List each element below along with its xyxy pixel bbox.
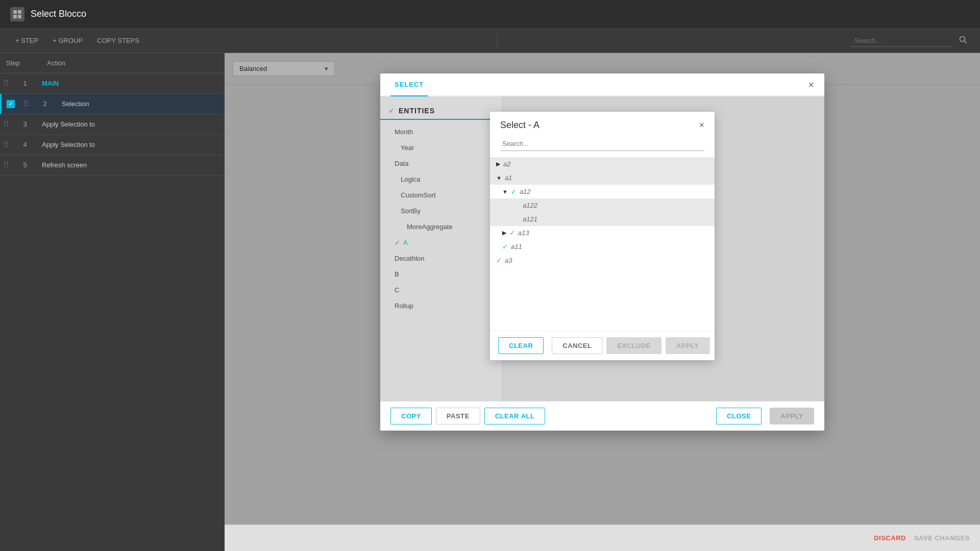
search-input[interactable] <box>850 35 952 47</box>
steps-header: Step Action <box>0 53 225 73</box>
table-row[interactable]: ⠿ 5 Refresh screen <box>0 155 225 176</box>
list-item[interactable]: ▼ ✓ a12 <box>490 185 715 198</box>
copy-button[interactable]: COPY <box>390 408 432 424</box>
checkmark-icon: ✓ <box>502 243 508 251</box>
inner-modal-footer: CLEAR CANCEL EXCLUDE APPLY <box>490 331 715 360</box>
inner-modal-header: Select - A × <box>490 112 715 135</box>
checkmark-icon: ✓ <box>509 229 515 237</box>
list-item[interactable]: ▶ ✓ a13 <box>490 226 715 240</box>
clear-button[interactable]: CLEAR <box>498 337 544 354</box>
inner-modal-close-button[interactable]: × <box>699 120 704 131</box>
cancel-button[interactable]: CANCEL <box>552 337 602 354</box>
right-area: Balanced ▾ SELECT × ✓ ENTITIES <box>225 53 980 551</box>
expand-right-icon: ▶ <box>502 230 506 236</box>
inner-modal-overlay: Select - A × ▶ <box>380 96 824 401</box>
clear-all-button[interactable]: CLEAR ALL <box>484 408 546 424</box>
table-row[interactable]: ✓ ⠿ 2 Selection <box>0 94 225 114</box>
inner-modal-title: Select - A <box>500 120 540 131</box>
table-row[interactable]: ⠿ 3 Apply Selection to <box>0 114 225 135</box>
search-icon-button[interactable] <box>957 33 970 48</box>
inner-modal-search-input[interactable] <box>500 137 704 151</box>
action-col-header: Action <box>41 57 71 69</box>
svg-rect-1 <box>18 10 21 14</box>
outer-modal-body: ✓ ENTITIES Month Year Data Logica Custom… <box>380 96 824 401</box>
list-item[interactable]: a122 <box>490 198 715 212</box>
step-col-header: Step <box>0 57 41 69</box>
inner-modal-list: ▶ a2 ▼ a1 ▼ <box>490 157 715 331</box>
list-item[interactable]: ▶ a2 <box>490 157 715 171</box>
add-step-button[interactable]: + STEP <box>10 34 43 47</box>
drag-handle[interactable]: ⠿ <box>3 140 9 149</box>
select-tab[interactable]: SELECT <box>390 73 428 96</box>
add-group-button[interactable]: + GROUP <box>47 34 88 47</box>
list-item[interactable]: ▼ a1 <box>490 171 715 185</box>
table-row[interactable]: ⠿ 4 Apply Selection to <box>0 135 225 155</box>
drag-handle[interactable]: ⠿ <box>23 99 29 109</box>
save-changes-button: SAVE CHANGES <box>914 534 970 542</box>
svg-rect-0 <box>13 10 17 14</box>
close-button[interactable]: CLOSE <box>716 408 762 424</box>
svg-rect-2 <box>13 15 17 18</box>
copy-steps-button[interactable]: COPY STEPS <box>92 34 144 47</box>
toolbar: + STEP + GROUP COPY STEPS <box>0 29 980 53</box>
svg-point-4 <box>960 36 965 41</box>
step-checkbox[interactable]: ✓ <box>2 100 20 108</box>
list-item[interactable]: ✓ a3 <box>490 254 715 267</box>
list-item[interactable]: a121 <box>490 212 715 226</box>
outer-modal-footer: COPY PASTE CLEAR ALL CLOSE APPLY <box>380 401 824 431</box>
outer-modal-close-button[interactable]: × <box>808 80 814 90</box>
content-area: Step Action ⠿ 1 MAIN ✓ ⠿ 2 Selection ⠿ 3… <box>0 53 980 551</box>
list-item[interactable]: ✓ a11 <box>490 240 715 254</box>
expand-right-icon: ▶ <box>496 161 500 167</box>
drag-handle[interactable]: ⠿ <box>3 119 9 129</box>
table-row: ⠿ 1 MAIN <box>0 73 225 94</box>
bottom-bar: DISCARD SAVE CHANGES <box>225 524 980 551</box>
discard-button[interactable]: DISCARD <box>874 534 906 542</box>
checkmark-icon: ✓ <box>496 257 502 264</box>
checkmark-icon: ✓ <box>511 188 517 195</box>
svg-rect-3 <box>18 15 21 18</box>
svg-line-5 <box>965 41 967 43</box>
exclude-button: EXCLUDE <box>606 337 662 354</box>
drag-handle[interactable]: ⠿ <box>3 160 9 170</box>
inner-modal: Select - A × ▶ <box>490 112 715 360</box>
drag-handle[interactable]: ⠿ <box>3 79 9 88</box>
app-title: Select Blocco <box>31 9 86 19</box>
top-bar: Select Blocco <box>0 0 980 29</box>
app-icon <box>10 7 24 21</box>
outer-modal: SELECT × ✓ ENTITIES Month Year Data <box>380 73 824 431</box>
expand-down-icon: ▼ <box>502 189 508 195</box>
left-panel: Step Action ⠿ 1 MAIN ✓ ⠿ 2 Selection ⠿ 3… <box>0 53 225 551</box>
apply-button: APPLY <box>770 408 814 424</box>
expand-down-icon: ▼ <box>496 175 502 181</box>
paste-button[interactable]: PASTE <box>436 408 480 424</box>
outer-modal-overlay: SELECT × ✓ ENTITIES Month Year Data <box>225 53 980 551</box>
inner-modal-search-container <box>490 135 715 157</box>
apply-button: APPLY <box>666 337 710 354</box>
